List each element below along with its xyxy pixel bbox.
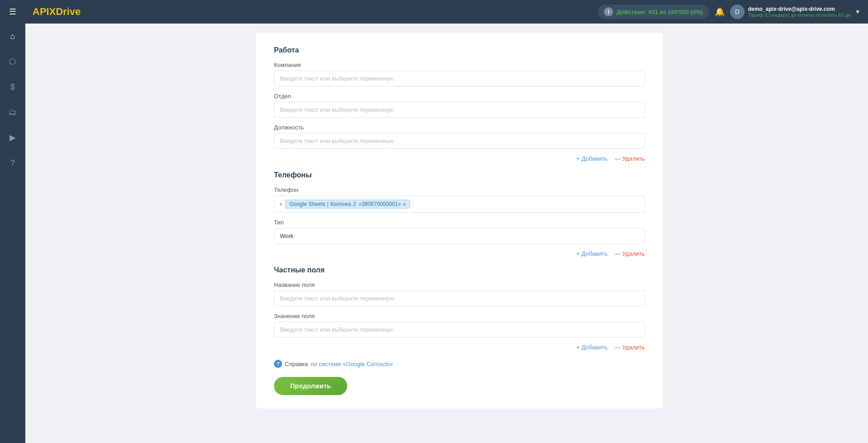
content-card: Работа Компания Отдел Должность Добавить… <box>256 33 663 409</box>
department-field-group: Отдел <box>274 93 645 118</box>
field-value-input[interactable] <box>274 322 645 338</box>
phone-type-input[interactable] <box>274 228 645 244</box>
phone-type-field-group: Тип <box>274 219 645 244</box>
phones-section-title: Телефоны <box>274 171 645 179</box>
logo-suffix: Drive <box>56 6 80 17</box>
sidebar-item-briefcase[interactable]: 🗂 <box>0 100 25 124</box>
field-value-label: Значение поля <box>274 313 645 319</box>
actions-text: Действия: 431 из 100'000 (0%) <box>617 9 703 15</box>
bell-icon[interactable]: 🔔 <box>715 7 725 17</box>
phones-add-button[interactable]: Добавить <box>576 250 608 257</box>
private-action-row: Добавить Удалить <box>274 344 645 351</box>
tag-value: «380670000001» <box>359 201 401 207</box>
user-email: demo_apix-drive@apix-drive.com <box>748 6 851 12</box>
private-remove-button[interactable]: Удалить <box>615 344 645 351</box>
menu-button[interactable]: ☰ <box>0 0 25 24</box>
sidebar-item-help[interactable]: ? <box>0 151 25 175</box>
field-name-label: Название поля <box>274 281 645 288</box>
work-action-row: Добавить Удалить <box>274 155 645 162</box>
briefcase-icon: 🗂 <box>9 108 17 117</box>
help-circle-icon: ? <box>274 360 282 368</box>
logo-accent: X <box>49 6 56 17</box>
field-value-group: Значение поля <box>274 313 645 338</box>
actions-count: 431 <box>648 9 658 15</box>
diagram-icon: ⬡ <box>9 57 16 67</box>
work-section: Работа Компания Отдел Должность Добавить… <box>274 46 645 162</box>
logo-text: APIXDrive <box>33 6 80 18</box>
company-label: Компания <box>274 62 645 68</box>
private-add-button[interactable]: Добавить <box>576 344 608 351</box>
company-field-group: Компания <box>274 62 645 86</box>
phone-type-label: Тип <box>274 219 645 226</box>
sidebar: ☰ ⌂ ⬡ $ 🗂 ▶ ? <box>0 0 25 443</box>
actions-total-label: из <box>660 9 668 15</box>
continue-button[interactable]: Продолжить <box>274 377 347 395</box>
position-input[interactable] <box>274 133 645 149</box>
work-remove-button[interactable]: Удалить <box>615 155 645 162</box>
phone-tag-chip: Google Sheets | Колонка J: «380670000001… <box>285 200 410 209</box>
position-label: Должность <box>274 124 645 131</box>
sidebar-item-youtube[interactable]: ▶ <box>0 126 25 149</box>
phone-tag-input[interactable]: + Google Sheets | Колонка J: «3806700000… <box>274 195 645 213</box>
work-section-title: Работа <box>274 46 645 54</box>
phone-label: Телефон <box>274 186 645 193</box>
help-text: Справка <box>285 361 308 367</box>
field-name-input[interactable] <box>274 291 645 306</box>
position-field-group: Должность <box>274 124 645 149</box>
main-content: Работа Компания Отдел Должность Добавить… <box>51 24 868 443</box>
private-section: Частные поля Название поля Значение поля… <box>274 266 645 351</box>
dollar-icon: $ <box>10 82 15 92</box>
tag-source: Google Sheets <box>289 201 325 207</box>
phones-action-row: Добавить Удалить <box>274 250 645 257</box>
phones-section: Телефоны Телефон + Google Sheets | Колон… <box>274 171 645 257</box>
company-input[interactable] <box>274 71 645 86</box>
tag-plus-icon: + <box>279 200 283 208</box>
help-link[interactable]: по системе «Google Contacts» <box>311 361 393 367</box>
tag-close-button[interactable]: × <box>403 201 406 207</box>
work-add-button[interactable]: Добавить <box>576 155 608 162</box>
sidebar-item-billing[interactable]: $ <box>0 75 25 99</box>
menu-icon: ☰ <box>9 7 16 17</box>
actions-total: 100'000 (0%) <box>668 9 703 15</box>
actions-badge[interactable]: i Действия: 431 из 100'000 (0%) <box>598 5 709 19</box>
department-input[interactable] <box>274 102 645 118</box>
user-info[interactable]: D demo_apix-drive@apix-drive.com Тариф |… <box>730 5 861 19</box>
topbar-right: i Действия: 431 из 100'000 (0%) 🔔 D demo… <box>598 5 861 19</box>
sidebar-item-home[interactable]: ⌂ <box>0 24 25 48</box>
phones-remove-button[interactable]: Удалить <box>615 250 645 257</box>
chevron-down-icon: ▼ <box>854 8 861 15</box>
home-icon: ⌂ <box>10 32 15 41</box>
tag-column: Колонка J: <box>330 201 357 207</box>
user-details: demo_apix-drive@apix-drive.com Тариф |Ст… <box>748 6 851 18</box>
youtube-icon: ▶ <box>9 133 16 143</box>
help-icon: ? <box>10 158 15 168</box>
user-plan: Тариф |Стандарт| до оплаты осталось 63 д… <box>748 12 851 18</box>
topbar: APIXDrive i Действия: 431 из 100'000 (0%… <box>25 0 868 24</box>
info-icon: i <box>604 7 613 16</box>
department-label: Отдел <box>274 93 645 100</box>
help-row: ? Справка по системе «Google Contacts» <box>274 360 645 368</box>
avatar: D <box>730 5 745 19</box>
private-section-title: Частные поля <box>274 266 645 274</box>
tag-separator: | <box>327 201 329 207</box>
logo-prefix: API <box>33 6 49 17</box>
sidebar-item-diagram[interactable]: ⬡ <box>0 50 25 73</box>
field-name-group: Название поля <box>274 281 645 306</box>
phone-field-group: Телефон + Google Sheets | Колонка J: «38… <box>274 186 645 213</box>
logo: APIXDrive <box>25 6 80 18</box>
